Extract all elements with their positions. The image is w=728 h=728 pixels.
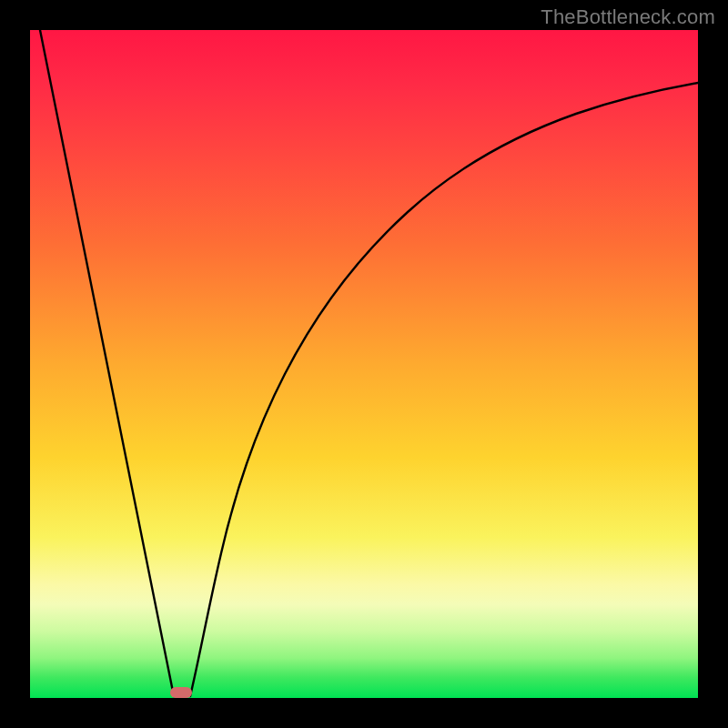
plot-area: [30, 30, 698, 698]
curve-right-branch: [190, 83, 698, 696]
curve-left-branch: [40, 30, 174, 696]
bottleneck-curve: [30, 30, 698, 698]
watermark-text: TheBottleneck.com: [541, 5, 715, 29]
trough-marker: [170, 687, 192, 698]
chart-frame: TheBottleneck.com: [0, 0, 728, 728]
